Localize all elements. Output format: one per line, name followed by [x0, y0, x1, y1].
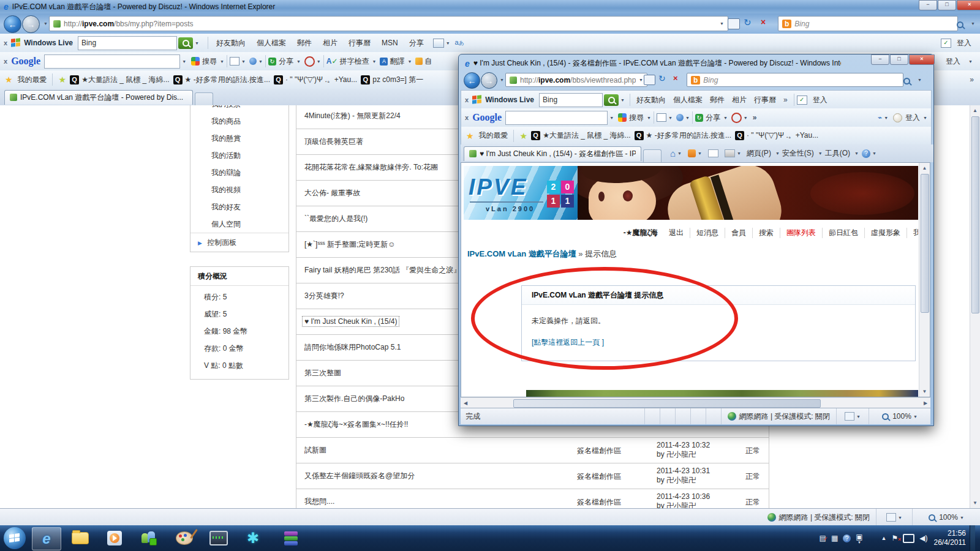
compatibility-view-icon[interactable] — [728, 18, 740, 29]
forward-button[interactable]: → — [22, 15, 40, 33]
thread-link[interactable]: 請問你地係咪用PhotoCap 5.1 — [304, 342, 401, 353]
minimize-button[interactable]: − — [871, 54, 889, 65]
nav-members[interactable]: 會員 — [725, 228, 752, 238]
live-search-dropdown[interactable]: ▼ — [195, 41, 199, 45]
taskbar-media-player-button[interactable] — [100, 527, 129, 549]
taskbar-star-app-button[interactable]: ✱ — [239, 527, 267, 549]
help-icon[interactable]: ? — [862, 149, 870, 158]
live-link-calendar[interactable]: 行事曆 — [754, 95, 776, 105]
bing-search-box[interactable]: b Bing — [687, 73, 903, 87]
compatibility-cell[interactable]: ▼ — [876, 509, 912, 526]
favorites-overflow-chevron[interactable]: » — [970, 75, 974, 84]
taskbar-ie-button[interactable]: e — [32, 527, 61, 550]
live-link-photos[interactable]: 相片 — [323, 38, 337, 48]
thread-link[interactable]: 大公佈- 嚴重事故 — [304, 188, 360, 198]
back-button[interactable]: ← — [4, 15, 21, 33]
address-bar[interactable]: http://ipve.com/bbs/my.php?item=posts ▼ — [49, 16, 728, 31]
live-link-share[interactable]: 分享 — [409, 38, 424, 48]
blocker-icon[interactable] — [731, 113, 742, 123]
address-dropdown[interactable]: ▼ — [720, 21, 724, 26]
layout-dropdown[interactable]: ▼ — [446, 41, 450, 45]
sidebar-item[interactable]: 個人空間 — [190, 216, 288, 233]
show-desktop-button[interactable] — [970, 525, 975, 551]
favorites-label[interactable]: 我的最愛 — [479, 130, 508, 141]
thread-link[interactable]: [★`]ˢˢˢ 新手整圖;定時更新☺ — [304, 239, 396, 250]
toolbar-overflow-chevron[interactable]: » — [753, 113, 757, 122]
sidebar-item[interactable]: 我的懸賞 — [190, 130, 288, 147]
nav-logout[interactable]: 退出 — [663, 228, 690, 238]
live-link-friends[interactable]: 好友動向 — [216, 38, 246, 48]
live-link-calendar[interactable]: 行事曆 — [349, 38, 371, 48]
sidebar-item-control-panel[interactable]: ▶ 控制面板 — [190, 233, 288, 252]
sidebar-item[interactable]: 我的視頻 — [190, 181, 288, 198]
thread-link[interactable]: 第三次製作.自己的偶像-PakHo — [304, 394, 404, 404]
popup-blocker-icon[interactable] — [657, 113, 666, 122]
signin-checkbox-icon[interactable]: ✓ — [797, 96, 807, 105]
google-search-input[interactable] — [505, 111, 608, 125]
search-options-dropdown[interactable]: ▼ — [971, 21, 975, 26]
toolbar-close-icon[interactable]: x — [465, 114, 469, 121]
compatibility-cell[interactable]: ▼ — [836, 408, 869, 424]
tab-new-stub[interactable] — [195, 92, 213, 105]
forward-button[interactable]: → — [481, 72, 497, 89]
search-icon[interactable] — [957, 21, 963, 28]
refresh-icon[interactable]: ↻ — [744, 17, 752, 28]
thread-link[interactable]: -★魔龍ζ海~×簽名圖集×~!!任拎!! — [304, 419, 408, 430]
signin-checkbox-icon[interactable]: ✓ — [941, 39, 951, 48]
minimize-button[interactable]: − — [919, 0, 937, 10]
live-signin-link[interactable]: 登入 — [813, 95, 827, 105]
live-link-msn[interactable]: MSN — [382, 39, 398, 47]
tray-keyboard-icon[interactable]: ▦ — [831, 534, 838, 542]
recent-pages-dropdown[interactable]: ▼ — [500, 78, 504, 82]
google-search-input[interactable] — [44, 54, 180, 69]
address-dropdown[interactable]: ▼ — [639, 78, 643, 82]
scrollbar-thumb[interactable] — [921, 174, 929, 313]
nav-messages[interactable]: 短消息 — [690, 228, 725, 238]
fg-title-bar[interactable]: e ♥ I'm Just Cheuk Kin , (15/4) - 簽名檔創作區… — [459, 54, 938, 72]
tray-network-icon[interactable] — [903, 534, 914, 543]
thread-forum-link[interactable]: 簽名檔創作區 — [577, 446, 621, 456]
favorite-item[interactable]: Q· " "Ψ('▽')Ψ .。+Yau... — [274, 75, 357, 85]
zoom-control[interactable]: 100%▼ — [912, 509, 980, 526]
thread-link[interactable]: 花開花落花常在,緣聚緣散緣伴旁. To:花團 — [304, 162, 438, 173]
refresh-icon[interactable]: ↻ — [658, 73, 666, 83]
bg-vertical-scrollbar[interactable]: ▲ ▼ — [970, 105, 980, 508]
start-button[interactable] — [4, 527, 26, 549]
address-bar[interactable]: http://ipve.com/bbs/viewthread.php?tid=3… — [505, 73, 647, 87]
google-signin[interactable]: 登入 — [905, 113, 920, 123]
logged-in-username[interactable]: -★魔龍ζ海 — [624, 228, 658, 238]
thread-link-focused[interactable]: ♥ I'm Just Cheuk Kin , (15/4) — [303, 317, 399, 326]
tools-menu[interactable]: 工具(O) — [825, 148, 850, 159]
feeds-icon[interactable]: ▼ — [688, 149, 702, 157]
page-menu[interactable]: 網頁(P) — [747, 148, 771, 159]
live-search-button[interactable] — [604, 94, 619, 106]
live-search-input[interactable]: Bing — [78, 36, 177, 50]
taskbar-winrar-button[interactable] — [277, 527, 305, 549]
bing-search-box[interactable]: b Bing — [778, 16, 958, 31]
toolbar-close-icon[interactable]: x — [465, 96, 469, 103]
compatibility-view-icon[interactable] — [644, 75, 655, 85]
live-link-profile[interactable]: 個人檔案 — [257, 38, 286, 48]
thread-link[interactable]: 4Minute(泫雅) - 無限更新22/4 — [304, 111, 401, 121]
google-search-button[interactable]: 搜尋 — [202, 56, 217, 67]
favorites-star-icon[interactable]: ★ — [466, 131, 474, 141]
live-search-input[interactable]: Bing — [539, 93, 603, 107]
tab-new-stub[interactable] — [643, 149, 662, 162]
google-search-dropdown[interactable]: ▼ — [609, 116, 614, 120]
close-button[interactable]: × — [957, 0, 980, 10]
nav-team-list[interactable]: 團隊列表 — [780, 228, 822, 238]
taskbar-messenger-button[interactable] — [135, 527, 163, 549]
live-link-friends[interactable]: 好友動向 — [636, 95, 666, 105]
thread-link[interactable]: 試新圖 — [304, 445, 326, 455]
tray-document-icon[interactable]: ▤✓ — [820, 534, 826, 542]
back-button[interactable]: ← — [464, 72, 480, 89]
translate-icon[interactable]: aあ — [455, 39, 464, 47]
toolbar-close-icon[interactable]: x — [4, 39, 7, 47]
stop-icon[interactable]: × — [761, 17, 766, 27]
tray-hidden-icons-button[interactable]: ▲ — [881, 535, 887, 541]
read-mail-icon[interactable] — [708, 149, 718, 157]
maximize-button[interactable]: □ — [938, 0, 956, 10]
favorite-item[interactable]: Q★ -好多常用的語法.按進... — [173, 75, 270, 85]
google-search-dropdown[interactable]: ▼ — [182, 59, 186, 64]
print-icon[interactable]: ▼ — [725, 149, 741, 157]
